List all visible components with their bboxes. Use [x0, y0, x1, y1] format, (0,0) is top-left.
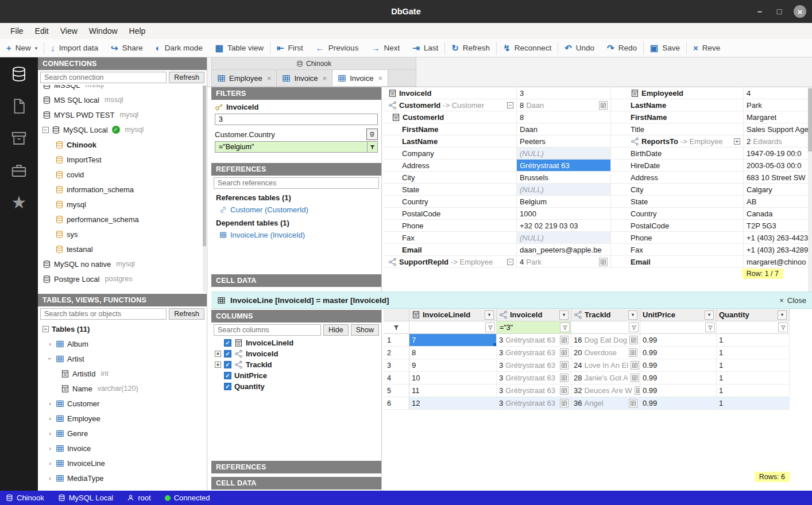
form-label[interactable]: State — [384, 184, 517, 195]
form-value[interactable]: 4Park — [517, 256, 611, 267]
form-value[interactable]: 3 — [517, 87, 611, 99]
table-view-button[interactable]: ▦Table view — [209, 39, 270, 57]
search-references-input[interactable] — [214, 177, 379, 189]
form-value[interactable]: margaret@chinoo — [744, 256, 809, 267]
next-button[interactable]: →Next — [365, 39, 406, 57]
form-value[interactable]: Brussels — [517, 172, 611, 183]
grid-cell[interactable]: 0.99 — [640, 372, 717, 384]
form-value[interactable]: (NULL) — [517, 147, 611, 159]
connections-scrollbar[interactable] — [203, 86, 206, 292]
connection-item[interactable]: MySQL no nativemysql — [38, 257, 207, 271]
open-detail-button[interactable] — [629, 336, 638, 344]
column-check-invoiceid[interactable]: + ✓ InvoiceId — [211, 348, 381, 359]
search-columns-input[interactable] — [214, 324, 321, 336]
new-button[interactable]: +New▾ — [0, 39, 44, 57]
invoicelineid-filter-input[interactable] — [409, 321, 496, 333]
reference-link-customer[interactable]: Customer (CustomerId) — [211, 204, 381, 216]
column-menu-button[interactable]: ▾ — [559, 310, 569, 320]
grid-cell[interactable]: 9 — [409, 359, 497, 372]
grid-cell[interactable]: 3Grétrystraat 63 — [497, 359, 571, 372]
checkbox-checked-icon[interactable]: ✓ — [224, 339, 231, 347]
form-value[interactable]: 8 — [517, 111, 611, 123]
grid-cell[interactable]: 3Grétrystraat 63 — [497, 334, 571, 347]
form-value[interactable]: Sales Support Age — [744, 123, 809, 135]
open-detail-button[interactable] — [629, 399, 637, 407]
form-value[interactable]: +1 (403) 263-4423 — [744, 232, 809, 243]
collapse-icon[interactable]: − — [507, 102, 513, 108]
form-label[interactable]: CustomerId-> Customer− — [384, 99, 517, 111]
form-label[interactable]: Phone — [611, 232, 744, 243]
chevron-right-icon[interactable]: › — [47, 460, 53, 467]
form-label[interactable]: PostalCode — [384, 208, 517, 219]
close-icon[interactable]: × — [323, 74, 327, 83]
grid-cell[interactable]: 1 — [717, 384, 790, 397]
table-item-invoiceline[interactable]: › InvoiceLine — [38, 456, 207, 471]
connection-item[interactable]: MSSQLmssql — [38, 85, 207, 92]
form-label[interactable]: FirstName — [611, 111, 744, 123]
grid-cell[interactable]: 28Janie's Got A — [571, 372, 640, 384]
database-item[interactable]: performance_schema — [38, 212, 207, 227]
form-value[interactable]: Peeters — [517, 135, 611, 147]
grid-cell[interactable]: 12 — [409, 397, 497, 410]
table-item-invoice[interactable]: › Invoice — [38, 441, 207, 456]
form-label[interactable]: City — [384, 172, 517, 183]
undo-button[interactable]: ↶Undo — [558, 39, 601, 57]
form-value[interactable]: 1000 — [517, 208, 611, 219]
chevron-right-icon[interactable]: › — [47, 415, 53, 422]
chevron-right-icon[interactable]: › — [47, 340, 53, 347]
reference-link-invoiceline[interactable]: InvoiceLine (InvoiceId) — [211, 229, 381, 241]
form-scrollbar[interactable] — [808, 87, 812, 292]
column-check-unitprice[interactable]: ✓ UnitPrice — [211, 370, 381, 381]
grid-cell[interactable]: 0.99 — [640, 384, 717, 397]
form-label[interactable]: Title — [611, 123, 744, 135]
form-value[interactable]: (NULL) — [517, 232, 611, 243]
expand-icon[interactable]: + — [215, 351, 221, 357]
form-value[interactable]: (NULL) — [517, 184, 611, 195]
checkbox-checked-icon[interactable]: ✓ — [224, 372, 231, 379]
search-connection-input[interactable] — [40, 72, 167, 83]
filter-menu-button[interactable] — [560, 323, 570, 332]
grid-cell[interactable]: 3Grétrystraat 63 — [497, 372, 571, 384]
chevron-right-icon[interactable]: › — [47, 445, 53, 452]
connections-refresh-button[interactable]: Refresh — [169, 72, 204, 83]
menu-edit[interactable]: Edit — [29, 26, 55, 36]
tab-employee[interactable]: Employee × — [212, 70, 277, 86]
table-item-customer[interactable]: › Customer — [38, 396, 207, 411]
table-item-artist[interactable]: › Artist — [38, 351, 207, 366]
form-label[interactable]: Email — [611, 256, 744, 267]
column-header-trackid[interactable]: TrackId▾ — [571, 309, 640, 321]
status-database[interactable]: Chinook — [6, 494, 44, 502]
form-value[interactable]: Calgary — [744, 184, 809, 195]
expand-icon[interactable]: + — [734, 138, 740, 145]
redo-button[interactable]: ↷Redo — [601, 39, 643, 57]
filter-menu-button[interactable] — [367, 142, 377, 152]
database-item-chinook[interactable]: Chinook — [38, 137, 207, 152]
grid-cell[interactable]: 1 — [717, 334, 790, 347]
form-value[interactable]: +32 02 219 03 03 — [517, 220, 611, 231]
open-detail-button[interactable] — [560, 348, 569, 357]
row-number[interactable]: 3 — [384, 359, 409, 372]
refresh-button[interactable]: ↻Refresh — [445, 39, 496, 57]
scrollbar-thumb[interactable] — [808, 88, 812, 152]
form-value[interactable]: 2Edwards — [744, 135, 809, 147]
grid-cell[interactable]: 3Grétrystraat 63 — [497, 384, 571, 397]
database-item[interactable]: information_schema — [38, 182, 207, 197]
column-header-quantity[interactable]: Quantity▾ — [717, 309, 790, 321]
form-label[interactable]: Country — [384, 196, 517, 207]
table-item-album[interactable]: › Album — [38, 336, 207, 351]
grid-cell[interactable]: 10 — [409, 372, 497, 384]
filter-menu-button[interactable] — [629, 323, 639, 332]
form-label[interactable]: FirstName — [384, 123, 517, 135]
open-detail-button[interactable] — [635, 386, 640, 395]
open-detail-button[interactable] — [560, 386, 569, 395]
grid-cell[interactable]: 8 — [409, 347, 497, 359]
close-icon[interactable]: × — [267, 74, 272, 83]
menu-window[interactable]: Window — [83, 26, 123, 36]
table-item-employee[interactable]: › Employee — [38, 411, 207, 426]
form-label[interactable]: Phone — [384, 220, 517, 231]
delete-filter-button[interactable] — [366, 129, 378, 140]
database-item[interactable]: ImportTest — [38, 152, 207, 167]
grid-cell-selected[interactable]: 7 — [409, 334, 497, 347]
filter-menu-button[interactable] — [705, 323, 715, 332]
tab-invoice-2[interactable]: Invoice × — [332, 70, 388, 86]
